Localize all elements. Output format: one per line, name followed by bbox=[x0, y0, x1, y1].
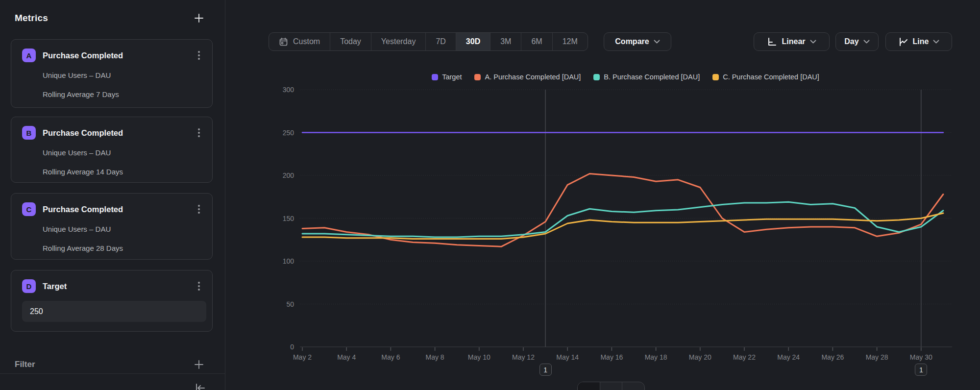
annotation-badge-1[interactable]: 1 bbox=[915, 364, 927, 376]
svg-text:May 10: May 10 bbox=[468, 353, 490, 361]
svg-text:May 2: May 2 bbox=[293, 353, 312, 361]
svg-text:May 4: May 4 bbox=[337, 353, 356, 361]
y-axis-labels: 050100150200250300 bbox=[283, 86, 294, 351]
svg-text:May 30: May 30 bbox=[910, 353, 932, 361]
annotation-badge-0[interactable]: 1 bbox=[539, 364, 552, 376]
svg-text:May 8: May 8 bbox=[426, 353, 444, 361]
svg-text:200: 200 bbox=[283, 171, 294, 179]
svg-text:150: 150 bbox=[283, 215, 294, 222]
svg-text:100: 100 bbox=[283, 257, 294, 265]
svg-text:May 14: May 14 bbox=[556, 353, 579, 361]
chart-size-small-button[interactable] bbox=[622, 382, 644, 390]
chart-size-large-button[interactable] bbox=[578, 382, 600, 390]
svg-text:May 6: May 6 bbox=[381, 353, 400, 361]
svg-text:May 24: May 24 bbox=[777, 353, 800, 361]
svg-text:May 16: May 16 bbox=[600, 353, 623, 361]
svg-text:May 26: May 26 bbox=[821, 353, 844, 361]
y-gridlines bbox=[300, 90, 952, 347]
x-axis-labels: May 2May 4May 6May 8May 10May 12May 14Ma… bbox=[293, 353, 932, 361]
x-axis-ticks bbox=[302, 347, 921, 351]
svg-text:50: 50 bbox=[286, 300, 294, 308]
chart-size-toolbar bbox=[577, 382, 645, 390]
svg-text:May 22: May 22 bbox=[733, 353, 756, 361]
svg-text:May 18: May 18 bbox=[645, 353, 667, 361]
svg-text:0: 0 bbox=[290, 343, 294, 351]
chart-plot[interactable]: 050100150200250300May 2May 4May 6May 8Ma… bbox=[0, 0, 980, 390]
chart-size-medium-button[interactable] bbox=[600, 382, 622, 390]
svg-text:300: 300 bbox=[283, 86, 294, 94]
series-line-3 bbox=[302, 213, 943, 239]
svg-text:250: 250 bbox=[283, 129, 294, 137]
svg-text:May 20: May 20 bbox=[689, 353, 711, 361]
svg-text:May 12: May 12 bbox=[512, 353, 535, 361]
svg-text:May 28: May 28 bbox=[866, 353, 888, 361]
